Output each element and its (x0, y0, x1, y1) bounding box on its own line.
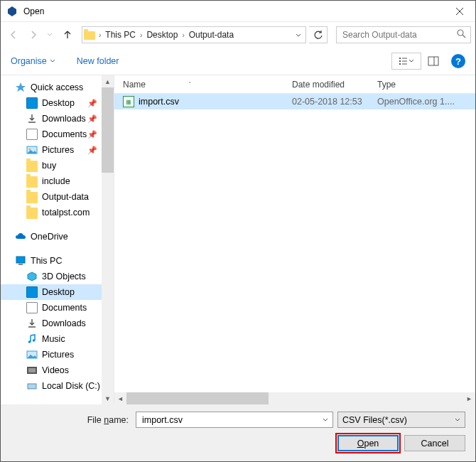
column-name[interactable]: Name˄ (114, 80, 292, 90)
folder-icon (26, 176, 38, 188)
up-button[interactable] (59, 26, 76, 43)
chevron-down-icon (47, 32, 53, 38)
file-list[interactable]: ▦import.csv 02-05-2018 12:53 OpenOffice.… (114, 94, 475, 392)
organise-menu[interactable]: Organise (11, 56, 55, 66)
file-list-area: Name˄ Date modified Type ▦import.csv 02-… (114, 75, 475, 404)
document-icon (26, 302, 38, 313)
open-button[interactable]: Open (337, 435, 399, 451)
sidebar-item-folder[interactable]: Output-data (1, 189, 102, 205)
back-icon (8, 29, 19, 41)
svg-rect-11 (428, 57, 438, 65)
search-input[interactable] (341, 29, 457, 41)
pictures-icon (26, 144, 38, 156)
refresh-icon (313, 30, 323, 40)
folder-icon (26, 192, 38, 203)
sidebar-item-folder[interactable]: include (1, 173, 102, 189)
document-icon (26, 129, 38, 140)
disk-icon (26, 380, 38, 392)
sidebar-this-pc[interactable]: This PC (1, 253, 102, 269)
toolbar: Organise New folder ? (1, 48, 475, 75)
folder-icon (26, 208, 38, 219)
sidebar-onedrive[interactable]: OneDrive (1, 229, 102, 245)
app-icon (6, 6, 18, 17)
search-box[interactable] (336, 26, 471, 43)
file-row[interactable]: ▦import.csv 02-05-2018 12:53 OpenOffice.… (114, 94, 475, 109)
sidebar-item-folder[interactable]: buy (1, 158, 102, 173)
svg-rect-16 (16, 257, 25, 263)
sidebar-item-pictures[interactable]: Pictures📌 (1, 142, 102, 158)
scroll-down-icon[interactable]: ▼ (102, 392, 114, 404)
dialog-body: Quick access Desktop📌 Downloads📌 Documen… (1, 75, 475, 404)
svg-point-20 (33, 339, 36, 342)
folder-icon (84, 31, 95, 40)
chevron-down-icon (409, 58, 414, 64)
downloads-icon (26, 113, 38, 124)
downloads-icon (26, 318, 38, 329)
scroll-right-icon[interactable]: ► (463, 392, 475, 404)
horizontal-scrollbar[interactable]: ◄ ► (114, 392, 475, 404)
scroll-thumb[interactable] (126, 392, 269, 404)
address-dropdown[interactable] (293, 28, 304, 41)
help-button[interactable]: ? (451, 54, 465, 68)
forward-button[interactable] (25, 26, 42, 43)
breadcrumb-item[interactable]: Output-data (187, 30, 236, 40)
pin-icon: 📌 (87, 114, 97, 124)
scroll-thumb[interactable] (102, 87, 114, 173)
refresh-button[interactable] (309, 26, 328, 43)
column-date[interactable]: Date modified (292, 80, 377, 90)
filename-input[interactable] (141, 414, 323, 426)
nav-bar: › This PC › Desktop › Output-data (1, 22, 475, 48)
sidebar-item-desktop[interactable]: Desktop📌 (1, 95, 102, 111)
sidebar-item-pictures[interactable]: Pictures (1, 347, 102, 362)
titlebar: Open (1, 1, 475, 22)
pin-icon: 📌 (87, 99, 97, 108)
address-bar[interactable]: › This PC › Desktop › Output-data (82, 26, 306, 43)
music-icon (26, 333, 38, 345)
view-mode-button[interactable] (391, 53, 421, 70)
sidebar-item-downloads[interactable]: Downloads📌 (1, 111, 102, 127)
sidebar-item-3dobjects[interactable]: 3D Objects (1, 269, 102, 284)
breadcrumb-item[interactable]: This PC (103, 30, 138, 40)
sidebar-item-downloads[interactable]: Downloads (1, 316, 102, 331)
sidebar-item-disk[interactable]: Local Disk (C:) (1, 378, 102, 394)
column-type[interactable]: Type (377, 80, 475, 90)
file-type: OpenOffice.org 1.... (377, 97, 475, 107)
chevron-right-icon: › (97, 31, 103, 39)
scroll-left-icon[interactable]: ◄ (114, 392, 126, 404)
svg-point-3 (458, 30, 463, 36)
history-dropdown[interactable] (45, 32, 55, 38)
scroll-up-icon[interactable]: ▲ (102, 75, 114, 87)
chevron-right-icon: › (138, 31, 144, 39)
filename-dropdown[interactable] (323, 415, 328, 425)
preview-pane-button[interactable] (424, 53, 443, 70)
videos-icon (26, 365, 38, 376)
forward-icon (28, 29, 39, 41)
sidebar-item-desktop[interactable]: Desktop (1, 284, 102, 300)
sidebar-item-videos[interactable]: Videos (1, 362, 102, 378)
dialog-title: Open (23, 6, 443, 16)
pin-icon: 📌 (87, 130, 97, 139)
pictures-icon (26, 349, 38, 360)
csv-file-icon: ▦ (123, 96, 134, 107)
folder-icon (26, 161, 38, 172)
sidebar-quick-access[interactable]: Quick access (1, 80, 102, 95)
sidebar-item-documents[interactable]: Documents (1, 300, 102, 316)
sidebar: Quick access Desktop📌 Downloads📌 Documen… (1, 75, 114, 404)
svg-rect-17 (18, 264, 23, 265)
sidebar-scrollbar[interactable]: ▲ ▼ (102, 75, 114, 404)
svg-marker-18 (28, 272, 36, 281)
column-headers: Name˄ Date modified Type (114, 75, 475, 94)
svg-rect-7 (399, 63, 401, 65)
close-button[interactable] (443, 1, 475, 22)
sidebar-item-folder[interactable]: totalpst.com (1, 205, 102, 220)
new-folder-button[interactable]: New folder (77, 56, 119, 66)
list-view-icon (399, 56, 409, 66)
sidebar-item-documents[interactable]: Documents📌 (1, 127, 102, 142)
back-button[interactable] (5, 26, 22, 43)
chevron-down-icon (50, 58, 55, 64)
cancel-button[interactable]: Cancel (404, 435, 465, 451)
sidebar-item-music[interactable]: Music (1, 331, 102, 347)
file-type-filter[interactable]: CSV Files(*.csv) (337, 412, 465, 428)
svg-rect-24 (28, 384, 36, 389)
breadcrumb-item[interactable]: Desktop (144, 30, 180, 40)
